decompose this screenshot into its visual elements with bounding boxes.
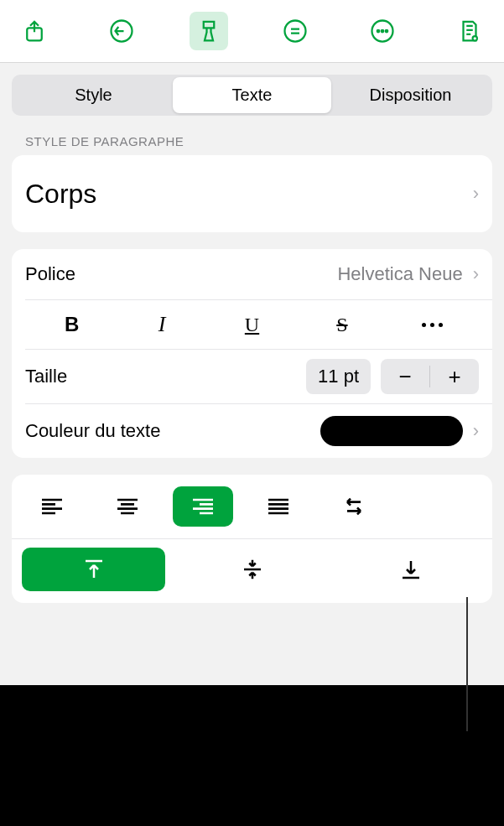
size-value[interactable]: 11 pt bbox=[306, 359, 371, 394]
svg-point-6 bbox=[386, 30, 388, 33]
chevron-right-icon: › bbox=[473, 420, 479, 442]
format-tabs: Style Texte Disposition bbox=[12, 75, 492, 116]
align-justify-button[interactable] bbox=[248, 486, 309, 527]
text-color-swatch bbox=[320, 416, 463, 446]
tab-style[interactable]: Style bbox=[14, 77, 173, 113]
paragraph-style-section-title: STYLE DE PARAGRAPHE bbox=[25, 134, 492, 148]
toolbar bbox=[0, 0, 504, 63]
format-panel: Style Texte Disposition STYLE DE PARAGRA… bbox=[0, 63, 504, 685]
vertical-align-row bbox=[12, 539, 492, 603]
align-right-button[interactable] bbox=[173, 486, 233, 527]
text-direction-button[interactable] bbox=[324, 486, 384, 527]
valign-middle-button[interactable] bbox=[180, 548, 324, 591]
font-row[interactable]: Police Helvetica Neue › bbox=[12, 249, 492, 299]
text-format-card: Police Helvetica Neue › B I U S Taille 1… bbox=[12, 249, 492, 458]
horizontal-align-row bbox=[12, 475, 492, 538]
font-label: Police bbox=[25, 263, 75, 285]
underline-button[interactable]: U bbox=[245, 314, 259, 336]
valign-top-button[interactable] bbox=[22, 548, 165, 591]
more-options-button[interactable] bbox=[363, 12, 402, 50]
format-brush-button[interactable] bbox=[190, 12, 228, 50]
size-label: Taille bbox=[25, 366, 67, 387]
align-left-button[interactable] bbox=[22, 486, 82, 527]
size-decrease-button[interactable]: − bbox=[381, 359, 429, 394]
share-button[interactable] bbox=[15, 12, 54, 50]
chevron-right-icon: › bbox=[473, 263, 479, 285]
strikethrough-button[interactable]: S bbox=[336, 314, 347, 336]
paragraph-style-name: Corps bbox=[25, 179, 96, 210]
document-view-button[interactable] bbox=[450, 12, 489, 50]
font-value: Helvetica Neue bbox=[337, 263, 462, 285]
size-stepper: − + bbox=[381, 359, 479, 394]
chevron-right-icon: › bbox=[473, 183, 479, 205]
valign-bottom-button[interactable] bbox=[339, 548, 482, 591]
size-increase-button[interactable]: + bbox=[430, 359, 479, 394]
text-color-row[interactable]: Couleur du texte › bbox=[12, 404, 492, 458]
text-color-label: Couleur du texte bbox=[25, 420, 160, 442]
italic-button[interactable]: I bbox=[158, 312, 166, 337]
undo-button[interactable] bbox=[102, 12, 141, 50]
bottom-black-region bbox=[0, 685, 504, 826]
more-styles-button[interactable] bbox=[422, 323, 443, 327]
svg-point-2 bbox=[285, 21, 306, 42]
tab-text[interactable]: Texte bbox=[173, 77, 331, 113]
tab-layout[interactable]: Disposition bbox=[331, 77, 490, 113]
svg-point-4 bbox=[377, 30, 380, 33]
svg-point-8 bbox=[474, 37, 476, 39]
svg-point-5 bbox=[382, 30, 384, 33]
paragraph-style-card[interactable]: Corps › bbox=[12, 155, 492, 232]
align-center-button[interactable] bbox=[97, 486, 158, 527]
callout-line bbox=[466, 597, 468, 731]
alignment-card bbox=[12, 475, 492, 603]
bold-button[interactable]: B bbox=[65, 313, 79, 336]
font-style-row: B I U S bbox=[12, 300, 492, 349]
comment-button[interactable] bbox=[276, 12, 314, 50]
size-row: Taille 11 pt − + bbox=[12, 350, 492, 403]
